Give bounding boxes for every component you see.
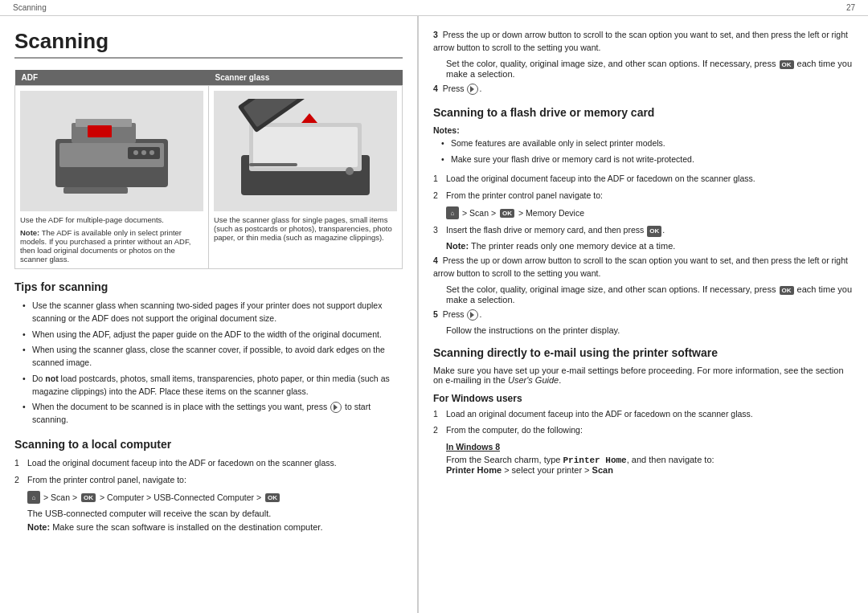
right-step-3: 3 Press the up or down arrow button to s… (433, 29, 854, 55)
flash-note-1: Some features are available only in sele… (440, 137, 854, 150)
flash-step-4: 4 Press the up or down arrow button to s… (433, 255, 854, 280)
left-col: Scanning ADF Scanner glass (0, 16, 418, 613)
in-windows-box: In Windows 8 From the Search charm, type… (446, 442, 854, 475)
flash-note-2: Make sure your flash drive or memory car… (440, 153, 854, 166)
svg-point-6 (133, 150, 138, 155)
tips-section-title: Tips for scanning (14, 280, 403, 293)
local-step-1: 1 Load the original document faceup into… (14, 457, 403, 470)
local-note: Note: Make sure the scan software is ins… (27, 522, 403, 532)
for-windows-header: For Windows users (433, 393, 854, 404)
flash-set-color: Set the color, quality, original image s… (446, 284, 854, 304)
tips-list: Use the scanner glass when scanning two-… (14, 300, 403, 427)
right-col: 3 Press the up or down arrow button to s… (419, 16, 868, 613)
ok-badge-1: OK (81, 493, 96, 502)
top-bar: Scanning 27 (0, 0, 868, 16)
email-intro: Make sure you have set up your e-mail se… (433, 366, 854, 385)
local-step-2: 2 From the printer control panel, naviga… (14, 474, 403, 487)
scanner-table: ADF Scanner glass (14, 70, 403, 269)
table-header-adf: ADF (15, 70, 209, 86)
home-icon: ⌂ (27, 491, 40, 504)
adf-printer-svg (47, 99, 176, 203)
start-icon-flash-5 (467, 309, 478, 321)
table-header-glass: Scanner glass (209, 70, 403, 86)
adf-cell: Use the ADF for multiple-page documents.… (15, 86, 209, 269)
top-bar-left: Scanning (13, 3, 47, 12)
home-icon-flash: ⌂ (446, 206, 459, 219)
svg-rect-17 (249, 163, 297, 166)
svg-rect-12 (253, 127, 358, 167)
flash-step-3: 3 Insert the flash drive or memory card,… (433, 224, 854, 237)
email-title: Scanning directly to e-mail using the pr… (433, 346, 854, 359)
flash-step-2: 2 From the printer control panel navigat… (433, 190, 854, 202)
flash-notes-header: Notes: (433, 125, 854, 135)
page-container: Scanning 27 Scanning ADF Scanner glass (0, 0, 868, 613)
tips-item-5: When the document to be scanned is in pl… (21, 401, 403, 427)
email-step-2: 2 From the computer, do the following: (433, 424, 854, 437)
right-set-color: Set the color, quality, original image s… (446, 59, 854, 79)
tips-item-3: When using the scanner glass, close the … (21, 344, 403, 370)
ok-badge-flash-4: OK (780, 286, 794, 295)
tips-item-4: Do not load postcards, photos, small ite… (21, 373, 403, 398)
flash-drive-title: Scanning to a flash drive or memory card (433, 106, 854, 119)
adf-caption-pre: Use the ADF for multiple-page documents. (20, 215, 203, 224)
ok-badge-flash-3: OK (647, 226, 661, 237)
start-icon-step4 (467, 84, 478, 95)
start-icon-tips (330, 402, 342, 413)
content-area: Scanning ADF Scanner glass (0, 16, 868, 613)
printer-home-line: Printer Home > select your printer > Sca… (446, 465, 854, 475)
local-step2-note: The USB-connected computer will receive … (27, 509, 403, 518)
flash-notes-list: Some features are available only in sele… (433, 137, 854, 166)
tips-item-2: When using the ADF, adjust the paper gui… (21, 329, 403, 341)
ok-badge-3: OK (780, 60, 794, 69)
in-windows-text: From the Search charm, type Printer Home… (446, 455, 854, 465)
local-computer-title: Scanning to a local computer (14, 438, 403, 451)
svg-point-8 (149, 150, 154, 155)
adf-caption-note: Note: The ADF is available only in selec… (20, 228, 203, 264)
glass-image (214, 91, 397, 211)
tips-item-1: Use the scanner glass when scanning two-… (21, 300, 403, 325)
svg-point-7 (141, 150, 146, 155)
ok-badge-flash: OK (500, 209, 514, 218)
ok-badge-2: OK (265, 493, 280, 502)
flash-follow: Follow the instructions on the printer d… (446, 325, 854, 335)
in-windows-label: In Windows 8 (446, 442, 854, 452)
flash-step-5: 5 Press . (433, 309, 854, 321)
local-nav-path: ⌂ > Scan > OK > Computer > USB-Connected… (27, 491, 403, 504)
svg-point-16 (346, 167, 354, 175)
top-bar-right: 27 (846, 3, 855, 12)
flash-nav-path: ⌂ > Scan > OK > Memory Device (446, 206, 854, 219)
svg-marker-15 (301, 113, 317, 123)
flash-note-single: Note: The printer reads only one memory … (446, 241, 854, 251)
email-step-1: 1 Load an original document faceup into … (433, 408, 854, 421)
scanner-glass-svg (237, 99, 374, 203)
adf-image (20, 91, 203, 211)
right-step-4: 4 Press . (433, 83, 854, 96)
glass-cell: Use the scanner glass for single pages, … (209, 86, 403, 269)
svg-rect-4 (88, 125, 112, 137)
flash-step-1: 1 Load the original document faceup into… (433, 173, 854, 186)
glass-caption: Use the scanner glass for single pages, … (214, 215, 397, 242)
svg-rect-9 (63, 187, 128, 194)
page-title: Scanning (14, 29, 403, 59)
